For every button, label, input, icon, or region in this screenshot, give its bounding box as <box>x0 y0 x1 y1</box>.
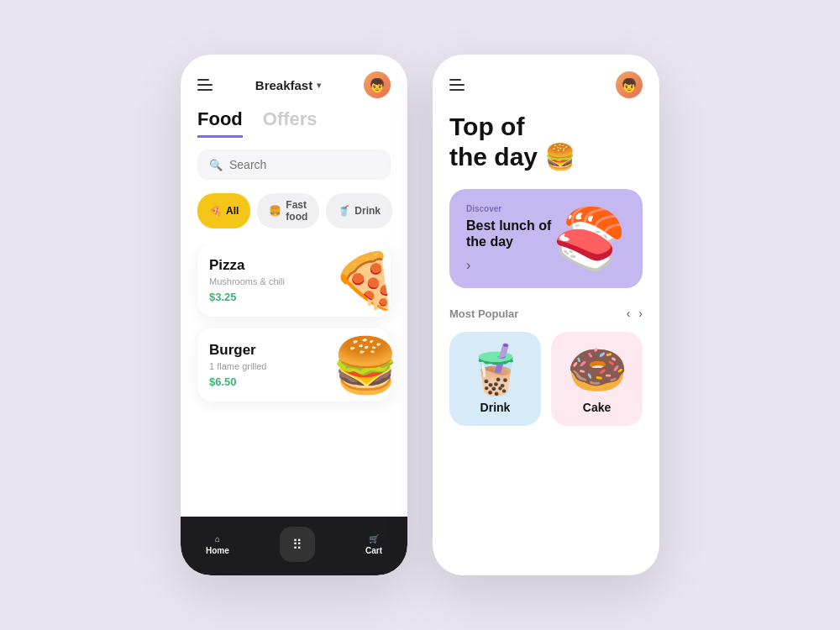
grid-icon: ⠿ <box>292 537 302 553</box>
arrow-left[interactable]: ‹ <box>627 307 631 320</box>
hero-title-block: Top of the day 🍔 <box>433 112 659 172</box>
filter-bar: 🍕 All 🍔 Fast food 🥤 Drink <box>181 193 407 228</box>
chevron-down-icon: ▾ <box>317 81 321 90</box>
right-phone: 👦 Top of the day 🍔 Discover Best lunch o… <box>433 55 659 575</box>
pizza-icon: 🍕 <box>209 205 222 217</box>
category-drink[interactable]: 🧋 Drink <box>449 332 541 426</box>
menu-icon[interactable] <box>197 79 213 91</box>
page-title: Breakfast <box>255 78 312 92</box>
nav-home[interactable]: ⌂ Home <box>206 534 229 555</box>
most-popular-header: Most Popular ‹ › <box>433 307 659 320</box>
arrow-right[interactable]: › <box>638 307 643 320</box>
page-title-area[interactable]: Breakfast ▾ <box>255 78 321 92</box>
burger-image: 🍔 <box>332 339 399 392</box>
top-bar: Breakfast ▾ 👦 <box>181 55 407 108</box>
right-menu-icon[interactable] <box>449 79 465 91</box>
promo-discover: Discover <box>466 204 553 213</box>
tab-bar: Food Offers <box>181 108 407 138</box>
burger-info: Burger 1 flame grilled $6.50 <box>209 342 266 388</box>
food-item-burger[interactable]: Burger 1 flame grilled $6.50 🍔 <box>197 328 391 402</box>
burger-subtitle: 1 flame grilled <box>209 361 266 371</box>
right-top-bar: 👦 <box>433 55 659 112</box>
avatar[interactable]: 👦 <box>364 71 391 98</box>
right-avatar[interactable]: 👦 <box>616 71 643 98</box>
drink-icon: 🥤 <box>338 205 350 217</box>
drink-image: 🧋 <box>465 345 526 394</box>
food-item-pizza[interactable]: Pizza Mushrooms & chili $3.25 🍕 <box>197 244 391 317</box>
promo-text: Discover Best lunch of the day › <box>466 204 553 273</box>
cake-label: Cake <box>583 401 611 414</box>
cart-icon: 🛒 <box>369 534 379 543</box>
pizza-name: Pizza <box>209 257 285 274</box>
filter-fastfood[interactable]: 🍔 Fast food <box>257 193 319 228</box>
tab-food[interactable]: Food <box>197 108 243 138</box>
promo-main-text: Best lunch of the day <box>466 218 553 249</box>
filter-all[interactable]: 🍕 All <box>197 193 250 228</box>
search-input[interactable] <box>229 158 379 171</box>
pizza-info: Pizza Mushrooms & chili $3.25 <box>209 257 285 303</box>
burger-name: Burger <box>209 342 266 359</box>
tab-offers[interactable]: Offers <box>263 108 318 138</box>
fastfood-icon: 🍔 <box>269 205 281 217</box>
pizza-subtitle: Mushrooms & chili <box>209 276 285 286</box>
burger-price: $6.50 <box>209 375 266 388</box>
pizza-image: 🍕 <box>332 254 399 307</box>
nav-menu-fab[interactable]: ⠿ <box>280 527 315 562</box>
search-bar[interactable]: 🔍 <box>197 150 391 180</box>
nav-cart[interactable]: 🛒 Cart <box>365 534 382 555</box>
most-popular-label: Most Popular <box>449 307 518 320</box>
cake-image: 🍩 <box>567 345 627 394</box>
category-cake[interactable]: 🍩 Cake <box>551 332 643 426</box>
category-row: 🧋 Drink 🍩 Cake <box>433 332 659 426</box>
left-phone: Breakfast ▾ 👦 Food Offers 🔍 🍕 All 🍔 Fast… <box>181 55 407 575</box>
promo-card[interactable]: Discover Best lunch of the day › 🍣 <box>449 189 643 288</box>
bottom-nav: ⌂ Home ⠿ 🛒 Cart <box>181 517 407 575</box>
search-icon: 🔍 <box>209 159 223 171</box>
carousel-arrows: ‹ › <box>627 307 643 320</box>
food-list: Pizza Mushrooms & chili $3.25 🍕 Burger 1… <box>181 244 407 517</box>
drink-label: Drink <box>480 401 511 414</box>
hero-title: Top of the day 🍔 <box>449 112 643 172</box>
filter-drink[interactable]: 🥤 Drink <box>326 193 392 228</box>
pizza-price: $3.25 <box>209 291 285 303</box>
promo-food-image: 🍣 <box>553 209 626 268</box>
promo-arrow[interactable]: › <box>466 258 553 273</box>
home-icon: ⌂ <box>215 534 220 543</box>
